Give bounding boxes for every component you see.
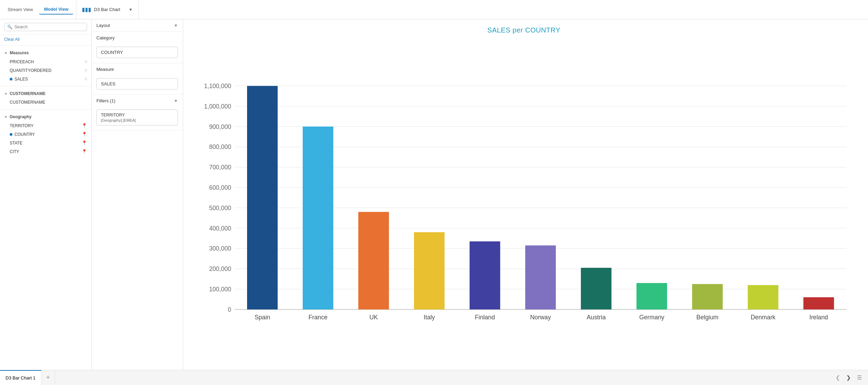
measure-value[interactable]: SALES <box>96 78 178 90</box>
svg-text:400,000: 400,000 <box>209 225 231 232</box>
bar-italy[interactable] <box>414 232 445 309</box>
layout-section-header[interactable]: Layout ▼ <box>92 19 183 31</box>
svg-text:700,000: 700,000 <box>209 164 231 171</box>
chart-title: SALES per COUNTRY <box>190 26 858 34</box>
measure-body: SALES <box>92 75 183 94</box>
bar-denmark[interactable] <box>748 285 779 310</box>
bar-label-spain: Spain <box>255 314 270 321</box>
chart-tab[interactable]: D3 Bar Chart 1 <box>0 370 41 385</box>
svg-text:800,000: 800,000 <box>209 143 231 150</box>
bar-ireland[interactable] <box>803 297 834 309</box>
category-value[interactable]: COUNTRY <box>96 47 178 58</box>
geography-chevron: ▼ <box>4 115 8 119</box>
field-customername[interactable]: CUSTOMERNAME <box>0 98 91 106</box>
bar-label-austria: Austria <box>587 314 606 321</box>
field-country[interactable]: COUNTRY 📍 <box>0 130 91 139</box>
stream-view-tab[interactable]: Stream View <box>3 5 38 14</box>
svg-text:200,000: 200,000 <box>209 265 231 272</box>
bar-france[interactable] <box>303 126 333 309</box>
search-bar: 🔍 <box>0 19 91 35</box>
bar-label-germany: Germany <box>639 314 664 321</box>
bar-label-france: France <box>309 314 328 321</box>
bar-label-italy: Italy <box>424 314 435 321</box>
chart-type-selector[interactable]: ▮▮▮ D3 Bar Chart ▼ <box>76 0 139 19</box>
chart-selector-chevron: ▼ <box>129 7 133 12</box>
country-dot <box>10 133 12 136</box>
field-state-label: STATE <box>10 141 79 145</box>
chart-tab-label: D3 Bar Chart 1 <box>6 375 36 381</box>
prev-arrow[interactable]: ❮ <box>833 373 843 382</box>
filters-section-header[interactable]: Filters (1) ▼ <box>92 95 183 107</box>
bottom-bar: D3 Bar Chart 1 + ❮ ❯ ☰ <box>0 370 868 385</box>
field-quantityordered[interactable]: QUANTITYORDERED ◊ <box>0 66 91 75</box>
top-bar: Stream View Model View ▮▮▮ D3 Bar Chart … <box>0 0 868 19</box>
filters-section: Filters (1) ▼ TERRITORY [Geography].[EME… <box>92 95 183 131</box>
field-city-label: CITY <box>10 149 79 154</box>
field-state[interactable]: STATE 📍 <box>0 139 91 147</box>
next-arrow[interactable]: ❯ <box>843 373 853 382</box>
mid-panel: Layout ▼ Category COUNTRY Measure SALES … <box>92 19 183 370</box>
customername-section-header[interactable]: ▼ CUSTOMERNAME <box>0 89 91 98</box>
category-body: COUNTRY <box>92 44 183 63</box>
measures-section-header[interactable]: ▼ Measures <box>0 48 91 57</box>
bar-label-finland: Finland <box>475 314 495 321</box>
bar-label-ireland: Ireland <box>809 314 828 321</box>
field-quantityordered-label: QUANTITYORDERED <box>10 68 83 73</box>
filter-value: TERRITORY <box>101 113 173 118</box>
field-territory[interactable]: TERRITORY 📍 <box>0 121 91 130</box>
layout-section: Layout ▼ <box>92 19 183 32</box>
category-section-header: Category <box>92 32 183 44</box>
bar-spain[interactable] <box>247 86 278 310</box>
field-sales[interactable]: SALES ◊ <box>0 75 91 83</box>
filter-tag[interactable]: TERRITORY [Geography].[EMEA] <box>96 110 178 125</box>
field-city[interactable]: CITY 📍 <box>0 147 91 156</box>
bar-norway[interactable] <box>525 245 556 309</box>
geography-label: Geography <box>10 114 31 119</box>
field-sales-label: SALES <box>15 77 83 82</box>
search-input-wrap[interactable]: 🔍 <box>4 23 87 31</box>
territory-geo-icon: 📍 <box>82 123 87 128</box>
bar-germany[interactable] <box>636 283 667 309</box>
measures-chevron: ▼ <box>4 51 8 55</box>
layout-label: Layout <box>96 23 110 28</box>
search-input[interactable] <box>15 25 84 29</box>
field-country-label: COUNTRY <box>15 132 79 137</box>
sales-dot <box>10 78 12 81</box>
bar-uk[interactable] <box>358 212 389 309</box>
category-label: Category <box>96 35 115 40</box>
quantityordered-icon: ◊ <box>85 68 87 73</box>
chart-area: SALES per COUNTRY 0100,000200,000300,000… <box>183 19 868 370</box>
bar-finland[interactable] <box>470 241 500 309</box>
svg-text:500,000: 500,000 <box>209 205 231 212</box>
priceeach-icon: ◊ <box>85 59 87 64</box>
measure-section-header: Measure <box>92 63 183 75</box>
geography-section: ▼ Geography TERRITORY 📍 COUNTRY 📍 STATE … <box>0 111 91 157</box>
chart-type-label: D3 Bar Chart <box>94 7 126 12</box>
add-tab-button[interactable]: + <box>41 370 55 385</box>
menu-icon[interactable]: ☰ <box>854 373 865 382</box>
main-layout: 🔍 Clear All ▼ Measures PRICEEACH ◊ QUANT… <box>0 19 868 370</box>
sales-icon: ◊ <box>85 76 87 82</box>
svg-text:600,000: 600,000 <box>209 184 231 191</box>
geography-section-header[interactable]: ▼ Geography <box>0 112 91 121</box>
field-customername-label: CUSTOMERNAME <box>10 100 87 105</box>
view-tabs: Stream View Model View <box>0 0 76 19</box>
measures-label: Measures <box>10 50 29 55</box>
svg-text:900,000: 900,000 <box>209 123 231 130</box>
field-priceeach-label: PRICEEACH <box>10 59 83 64</box>
bar-chart-svg: 0100,000200,000300,000400,000500,000600,… <box>190 41 858 366</box>
field-priceeach[interactable]: PRICEEACH ◊ <box>0 57 91 66</box>
svg-text:100,000: 100,000 <box>209 286 231 293</box>
field-territory-label: TERRITORY <box>10 123 79 128</box>
bar-austria[interactable] <box>581 268 612 310</box>
model-view-tab[interactable]: Model View <box>39 4 73 15</box>
category-section: Category COUNTRY <box>92 32 183 63</box>
bar-belgium[interactable] <box>692 284 723 310</box>
chart-svg-wrap: 0100,000200,000300,000400,000500,000600,… <box>190 41 858 366</box>
customername-section: ▼ CUSTOMERNAME CUSTOMERNAME <box>0 88 91 108</box>
layout-chevron: ▼ <box>174 23 178 28</box>
bar-label-belgium: Belgium <box>696 314 718 321</box>
clear-all-button[interactable]: Clear All <box>0 35 91 44</box>
svg-text:1,000,000: 1,000,000 <box>204 103 231 110</box>
state-geo-icon: 📍 <box>82 140 87 145</box>
